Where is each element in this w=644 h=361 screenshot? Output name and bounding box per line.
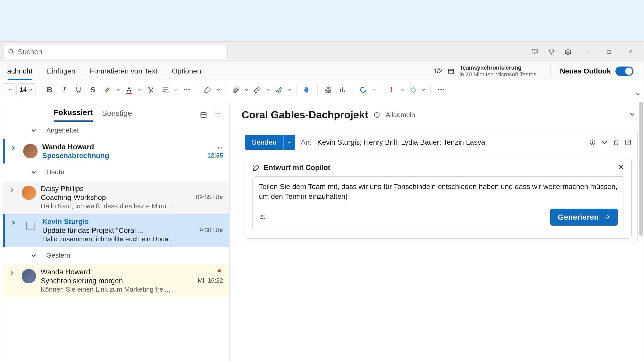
expand-caret-icon[interactable] — [11, 143, 19, 152]
link-dropdown[interactable] — [265, 83, 271, 96]
search-input[interactable] — [18, 48, 223, 56]
avatar — [22, 186, 36, 200]
tab-options[interactable]: Optionen — [165, 62, 208, 80]
ribbon-expand-button[interactable] — [635, 92, 640, 97]
italic-button[interactable]: I — [57, 83, 71, 96]
tab-other[interactable]: Sonstige — [102, 109, 132, 121]
message-time: 9:30 Uhr — [199, 227, 223, 234]
svg-rect-32 — [201, 112, 206, 117]
send-button[interactable]: Senden — [245, 135, 283, 150]
font-family-dropdown[interactable] — [3, 83, 15, 96]
svg-point-19 — [188, 89, 190, 90]
tab-insert[interactable]: Einfügen — [40, 62, 83, 80]
expand-caret-icon[interactable] — [9, 185, 17, 193]
generate-label: Generieren — [558, 213, 599, 221]
to-recipients[interactable]: Kevin Sturgis; Henry Brill; Lydia Bauer;… — [317, 138, 485, 146]
bold-button[interactable]: B — [43, 83, 56, 96]
underline-button[interactable]: U — [72, 83, 85, 96]
lightbulb-icon[interactable] — [544, 45, 559, 59]
close-button[interactable] — [621, 45, 640, 59]
styles-dropdown[interactable] — [215, 83, 222, 96]
popout-icon[interactable] — [624, 139, 632, 146]
importance-button[interactable]: ! — [385, 83, 398, 96]
signature-button[interactable] — [272, 83, 286, 96]
scrollbar[interactable] — [639, 102, 643, 236]
maximize-button[interactable] — [599, 45, 618, 59]
layout-icon[interactable] — [200, 111, 207, 119]
flag-icon — [216, 269, 223, 275]
message-item[interactable]: Daisy Phillips Coaching-Workshop 09:55 U… — [3, 181, 229, 214]
svg-point-42 — [261, 215, 262, 217]
settings-icon[interactable] — [561, 45, 575, 59]
copilot-button[interactable] — [300, 83, 314, 96]
tab-message[interactable]: achricht — [0, 62, 40, 80]
message-time: 09:55 Uhr — [196, 194, 223, 201]
attach-dropdown[interactable] — [243, 83, 250, 96]
font-color-button[interactable]: A — [122, 83, 136, 96]
poll-button[interactable] — [336, 83, 349, 96]
paragraph-button[interactable] — [158, 83, 172, 96]
highlight-button[interactable] — [101, 83, 114, 96]
group-pinned[interactable]: Angeheftet — [3, 122, 229, 139]
tab-focused[interactable]: Fokussiert — [54, 108, 93, 122]
message-preview: Hallo zusammen, ich wollte euch ein Upda… — [42, 235, 223, 243]
calendar-reminder[interactable]: Teamsynchronisierung in 20 Minuten Micro… — [460, 64, 541, 78]
svg-point-3 — [567, 51, 569, 53]
font-color-dropdown[interactable] — [137, 83, 143, 96]
message-time: 12:55 — [207, 152, 223, 159]
message-subject: Synchronisierung morgen — [41, 277, 123, 285]
minimize-button[interactable] — [577, 45, 597, 59]
chevron-down-icon — [31, 128, 37, 133]
loop-dropdown[interactable] — [371, 83, 377, 96]
more-ribbon-button[interactable] — [434, 83, 448, 96]
select-checkbox[interactable] — [23, 219, 38, 233]
tag-dropdown[interactable] — [421, 83, 427, 96]
svg-point-30 — [440, 89, 442, 90]
font-size-dropdown[interactable]: 14 — [16, 83, 36, 96]
send-dropdown[interactable] — [283, 135, 295, 150]
signature-dropdown[interactable] — [287, 83, 293, 96]
more-formatting-button[interactable] — [180, 83, 193, 96]
strikethrough-button[interactable]: S — [86, 83, 100, 96]
message-item[interactable]: Wanda Howard Spesenabrechnung 12:55 — [3, 139, 229, 163]
group-today[interactable]: Heute — [3, 163, 229, 181]
arrow-right-icon — [603, 214, 610, 220]
sensitivity-icon[interactable]: ? — [589, 139, 596, 146]
link-button[interactable] — [251, 83, 264, 96]
clear-format-button[interactable] — [144, 83, 157, 96]
attach-button[interactable] — [229, 83, 242, 96]
message-subject: Coaching-Workshop — [41, 193, 106, 202]
calendar-icon[interactable] — [448, 68, 454, 75]
email-subject: Coral Gables-Dachprojekt — [242, 109, 368, 121]
feedback-icon[interactable] — [528, 45, 542, 59]
filter-icon[interactable] — [214, 111, 222, 119]
shield-icon — [373, 111, 380, 119]
tab-format-text[interactable]: Formatieren von Text — [83, 62, 165, 80]
message-preview: Hallo Katri, ich weiß, dass dies letzte … — [41, 202, 223, 210]
adjust-icon[interactable] — [259, 213, 267, 221]
font-size-value: 14 — [20, 86, 27, 93]
loop-button[interactable] — [357, 83, 370, 96]
expand-caret-icon[interactable] — [11, 218, 19, 226]
apps-button[interactable] — [321, 83, 335, 96]
copilot-close-button[interactable] — [618, 164, 624, 171]
paragraph-dropdown[interactable] — [173, 83, 179, 96]
highlight-dropdown[interactable] — [115, 83, 121, 96]
group-yesterday[interactable]: Gestern — [3, 247, 229, 264]
compose-more-dropdown[interactable] — [601, 139, 608, 146]
new-outlook-toggle[interactable] — [615, 67, 633, 76]
message-item-selected[interactable]: Kevin Sturgis Update für das Projekt "Co… — [3, 214, 229, 247]
delete-icon[interactable] — [613, 139, 620, 146]
generate-button[interactable]: Generieren — [550, 209, 618, 226]
expand-caret-icon[interactable] — [9, 268, 17, 277]
subject-collapse-button[interactable] — [629, 112, 635, 118]
copilot-prompt-input[interactable]: Teilen Sie dem Team mit, dass wir uns fü… — [259, 182, 618, 202]
to-label: An: — [301, 138, 312, 146]
message-item[interactable]: Wanda Howard Synchronisierung morgen Mi.… — [3, 264, 229, 297]
styles-button[interactable] — [201, 83, 214, 96]
tag-button[interactable] — [406, 83, 420, 96]
search-box[interactable] — [4, 45, 228, 59]
importance-dropdown[interactable] — [399, 83, 405, 96]
svg-point-44 — [263, 218, 264, 219]
new-outlook-label: Neues Outlook — [560, 67, 611, 75]
